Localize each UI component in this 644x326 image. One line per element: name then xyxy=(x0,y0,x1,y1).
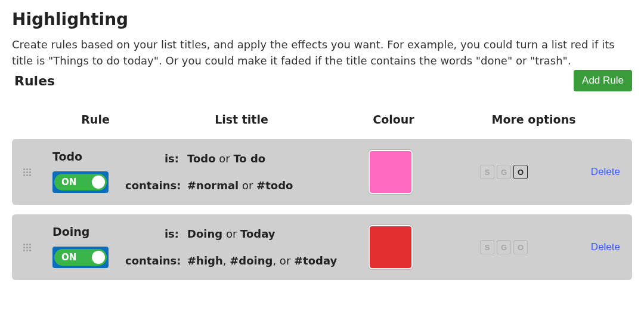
more-options-col: S G O xyxy=(441,150,566,194)
rules-heading: Rules xyxy=(14,73,55,88)
toggle-knob-icon xyxy=(92,176,105,189)
option-group: S G O xyxy=(480,240,528,254)
rules-list: Todo ON is: Todo or To do contains: #nor… xyxy=(12,139,632,280)
column-list-title: List title xyxy=(143,113,340,126)
colour-col xyxy=(340,150,441,194)
rule-toggle[interactable]: ON xyxy=(52,171,109,193)
colour-col xyxy=(340,225,441,269)
delete-col: Delete xyxy=(566,225,620,269)
contains-value: #normal or #todo xyxy=(187,179,293,192)
toggle-label: ON xyxy=(61,252,76,263)
contains-value: #high, #doing, or #today xyxy=(187,254,337,267)
option-g-button[interactable]: G xyxy=(497,165,511,179)
rule-name: Doing xyxy=(52,225,125,238)
column-headers: Rule List title Colour More options xyxy=(12,113,632,133)
rule-col: Todo ON xyxy=(36,150,125,194)
colour-swatch[interactable] xyxy=(369,150,413,194)
option-o-button[interactable]: O xyxy=(513,240,528,254)
page-title: Highlighting xyxy=(12,10,632,29)
rule-card: Todo ON is: Todo or To do contains: #nor… xyxy=(12,139,632,205)
is-label: is: xyxy=(125,227,179,240)
column-rule: Rule xyxy=(48,113,143,126)
contains-label: contains: xyxy=(125,254,179,267)
option-s-button[interactable]: S xyxy=(480,165,494,179)
option-s-button[interactable]: S xyxy=(480,240,494,254)
toggle-knob-icon xyxy=(92,251,105,264)
rule-col: Doing ON xyxy=(36,225,125,269)
list-title-col: is: Todo or To do contains: #normal or #… xyxy=(125,150,340,194)
drag-handle-icon[interactable] xyxy=(18,225,36,269)
is-value: Todo or To do xyxy=(187,152,265,165)
column-more: More options xyxy=(447,113,620,126)
add-rule-button[interactable]: Add Rule xyxy=(574,70,632,91)
delete-button[interactable]: Delete xyxy=(591,166,620,178)
drag-handle-icon[interactable] xyxy=(18,150,36,194)
rule-toggle[interactable]: ON xyxy=(52,247,109,268)
contains-label: contains: xyxy=(125,179,179,192)
rule-card: Doing ON is: Doing or Today contains: #h… xyxy=(12,214,632,280)
delete-button[interactable]: Delete xyxy=(591,241,620,253)
more-options-col: S G O xyxy=(441,225,566,269)
intro-text: Create rules based on your list titles, … xyxy=(12,36,632,69)
option-o-button[interactable]: O xyxy=(513,165,528,179)
column-colour: Colour xyxy=(340,113,447,126)
rules-header: Rules Add Rule xyxy=(12,70,632,91)
colour-swatch[interactable] xyxy=(369,225,413,269)
list-title-col: is: Doing or Today contains: #high, #doi… xyxy=(125,225,340,269)
rule-name: Todo xyxy=(52,150,125,163)
option-g-button[interactable]: G xyxy=(497,240,511,254)
option-group: S G O xyxy=(480,165,528,179)
is-value: Doing or Today xyxy=(187,227,275,240)
delete-col: Delete xyxy=(566,150,620,194)
toggle-label: ON xyxy=(61,177,76,187)
is-label: is: xyxy=(125,152,179,165)
